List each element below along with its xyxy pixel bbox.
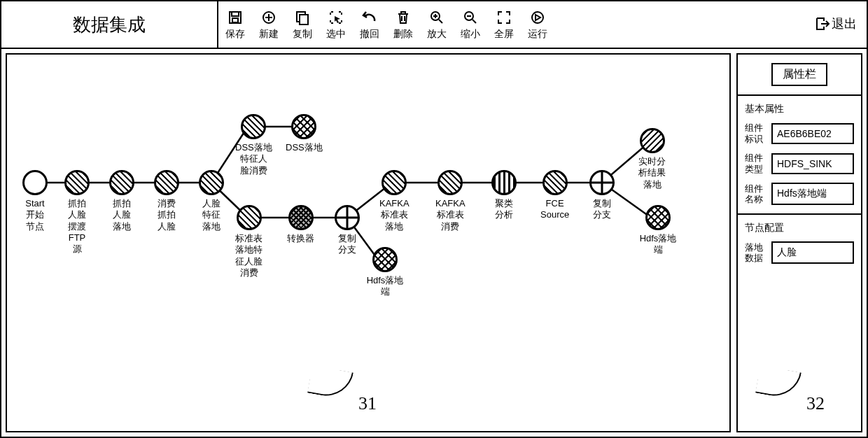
undo-icon [360, 8, 379, 27]
node-circle[interactable] [288, 205, 314, 230]
prop-value[interactable]: HDFS_SINK [771, 153, 854, 174]
node-label: 转换器 [287, 233, 314, 244]
node-copy-branch-2[interactable]: 复制 分支 [589, 170, 615, 221]
prop-row: 组件 名称Hdfs落地端 [745, 183, 854, 205]
exit-icon [815, 17, 830, 31]
tool-zoom-out[interactable]: 缩小 [461, 8, 480, 41]
node-circle[interactable] [154, 170, 179, 195]
node-start[interactable]: Start 开始 节点 [22, 170, 48, 232]
tool-new[interactable]: 新建 [259, 8, 279, 41]
tool-label: 放大 [427, 28, 447, 41]
config-value[interactable]: 人脸 [771, 241, 854, 264]
prop-value[interactable]: AE6B6BE02 [771, 123, 854, 144]
canvas-ref-label: 31 [358, 393, 377, 414]
node-circle[interactable] [542, 170, 568, 195]
tool-label: 缩小 [461, 28, 480, 41]
exit-label: 退出 [832, 15, 857, 32]
body: Start 开始 节点抓拍 人脸 摆渡 FTP 源抓拍 人脸 落地消费 抓拍 人… [6, 53, 862, 432]
node-label: 聚类 分析 [495, 198, 513, 221]
node-copy-branch-1[interactable]: 复制 分支 [335, 205, 360, 256]
node-dss-land[interactable]: DSS落地 [286, 114, 323, 153]
node-circle[interactable] [372, 247, 398, 272]
tool-fullscreen[interactable]: 全屏 [494, 8, 514, 41]
node-label: 人脸 特征 落地 [202, 198, 220, 232]
node-circle[interactable] [589, 170, 615, 195]
node-circle[interactable] [22, 170, 48, 195]
node-ftp-src[interactable]: 抓拍 人脸 摆渡 FTP 源 [64, 170, 90, 255]
fullscreen-icon [495, 8, 513, 27]
page-title: 数据集成 [1, 1, 218, 48]
node-fce[interactable]: FCE Source [540, 170, 569, 221]
node-cluster[interactable]: 聚类 分析 [491, 170, 517, 221]
svg-rect-1 [232, 12, 239, 16]
tool-save[interactable]: 保存 [225, 8, 245, 41]
node-circle[interactable] [335, 205, 360, 230]
tool-label: 删除 [393, 28, 413, 41]
svg-rect-2 [232, 18, 238, 22]
run-icon [528, 8, 547, 27]
node-label: FCE Source [540, 198, 569, 221]
node-circle[interactable] [438, 170, 463, 195]
prop-value[interactable]: Hdfs落地端 [771, 183, 854, 205]
prop-label: 组件 标识 [745, 122, 767, 144]
node-label: Hdfs落地端 [365, 275, 405, 298]
node-circle[interactable] [241, 114, 266, 139]
node-circle[interactable] [291, 114, 316, 139]
svg-rect-5 [300, 15, 308, 24]
node-circle[interactable] [64, 170, 90, 195]
node-circle[interactable] [382, 170, 407, 195]
node-kafka-land[interactable]: KAFKA 标准表 落地 [379, 170, 410, 232]
node-consume-face[interactable]: 消费 抓拍 人脸 [154, 170, 179, 232]
node-kafka-consume[interactable]: KAFKA 标准表 消费 [435, 170, 465, 232]
node-feature-land[interactable]: 人脸 特征 落地 [199, 170, 224, 232]
section-basic-props: 基本属性 [745, 103, 854, 115]
node-std-feat[interactable]: 标准表 落地特 征人脸 消费 [235, 205, 262, 278]
sidebar-ref-label: 32 [806, 393, 825, 414]
node-label: DSS落地 特征人 脸消费 [235, 142, 272, 176]
toolbar: 保存新建复制选中撤回删除放大缩小全屏运行 [218, 1, 867, 48]
node-circle[interactable] [109, 170, 134, 195]
node-hdfs1[interactable]: Hdfs落地端 [365, 247, 405, 298]
tool-select[interactable]: 选中 [326, 8, 346, 41]
zoom-out-icon [461, 8, 479, 27]
copy-icon [293, 8, 312, 27]
exit-button[interactable]: 退出 [815, 15, 857, 32]
tool-run[interactable]: 运行 [528, 8, 547, 41]
divider [738, 213, 861, 215]
delete-icon [394, 8, 412, 27]
tool-label: 新建 [259, 28, 279, 41]
section-node-config: 节点配置 [745, 222, 854, 234]
node-label: 消费 抓拍 人脸 [158, 198, 176, 232]
select-icon [327, 8, 345, 27]
zoom-in-icon [428, 8, 446, 27]
node-circle[interactable] [237, 205, 262, 230]
node-dss-feat[interactable]: DSS落地 特征人 脸消费 [235, 114, 272, 176]
prop-label: 组件 类型 [745, 153, 767, 174]
node-face-land[interactable]: 抓拍 人脸 落地 [109, 170, 134, 232]
edges-layer [7, 55, 729, 431]
node-circle[interactable] [491, 170, 517, 195]
node-circle[interactable] [199, 170, 224, 195]
tool-delete[interactable]: 删除 [393, 8, 413, 41]
tool-undo[interactable]: 撤回 [360, 8, 379, 41]
node-label: KAFKA 标准表 落地 [379, 198, 410, 232]
tool-copy[interactable]: 复制 [293, 8, 312, 41]
tool-label: 运行 [528, 28, 547, 41]
prop-row: 组件 类型HDFS_SINK [745, 153, 854, 174]
node-label: 标准表 落地特 征人脸 消费 [235, 233, 262, 278]
config-row: 落地 数据人脸 [745, 241, 854, 264]
tool-label: 复制 [293, 28, 312, 41]
tool-zoom-in[interactable]: 放大 [427, 8, 447, 41]
node-circle[interactable] [645, 205, 671, 230]
node-converter[interactable]: 转换器 [287, 205, 314, 244]
tool-label: 保存 [225, 28, 245, 41]
node-rt-result[interactable]: 实时分 析结果 落地 [638, 128, 666, 190]
node-hdfs2[interactable]: Hdfs落地端 [638, 205, 678, 256]
flow-canvas[interactable]: Start 开始 节点抓拍 人脸 摆渡 FTP 源抓拍 人脸 落地消费 抓拍 人… [6, 53, 731, 432]
node-label: 抓拍 人脸 落地 [113, 198, 131, 232]
node-circle[interactable] [640, 128, 665, 153]
config-label: 落地 数据 [745, 242, 767, 264]
node-label: 复制 分支 [593, 198, 611, 221]
node-label: Hdfs落地端 [638, 233, 678, 256]
app-window: 数据集成 保存新建复制选中撤回删除放大缩小全屏运行 退出 Start 开始 节点… [0, 0, 868, 438]
